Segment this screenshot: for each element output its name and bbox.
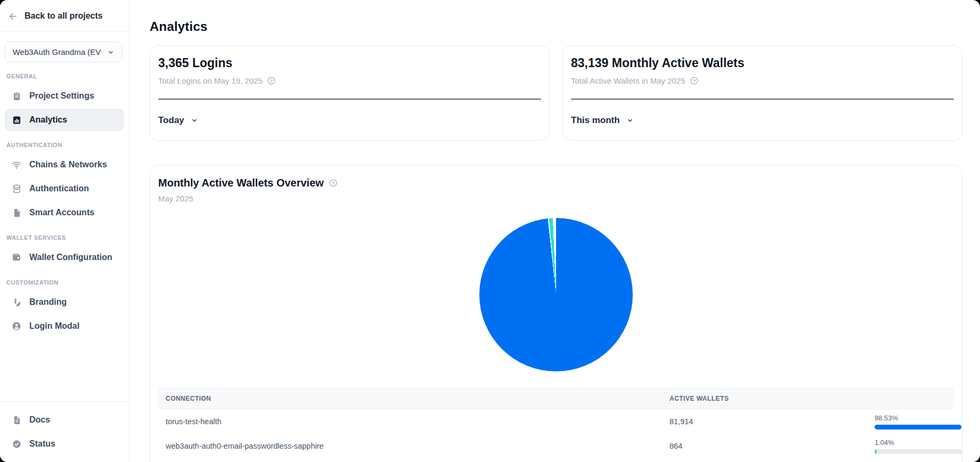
percent-cell: 98.53% <box>875 414 965 429</box>
range-dropdown[interactable]: Today <box>158 115 198 126</box>
sidebar-item-project-settings[interactable]: Project Settings <box>5 85 124 107</box>
sidebar-item-branding[interactable]: Branding <box>5 291 124 313</box>
table-row[interactable]: web3auth-google-sapphire 145 0.17% <box>158 458 954 462</box>
connection-cell: web3auth-auth0-email-passwordless-sapphi… <box>158 442 669 450</box>
app-window: Back to all projects Web3Auth Grandma (E… <box>0 0 980 462</box>
nav-section-label-general: GENERAL <box>6 73 123 79</box>
connection-cell: torus-test-health <box>158 417 669 426</box>
pie-chart[interactable] <box>479 218 633 371</box>
back-label: Back to all projects <box>24 11 103 21</box>
svg-text:?: ? <box>270 78 273 83</box>
stat-cards-row: 3,365 Logins Total Logins on May 19, 202… <box>150 45 962 141</box>
percent-label: 1.04% <box>875 439 962 447</box>
stat-card: 3,365 Logins Total Logins on May 19, 202… <box>150 45 550 141</box>
percent-bar <box>875 449 962 454</box>
active-wallets-cell: 81,914 <box>669 417 875 426</box>
range-dropdown-label: Today <box>158 115 184 126</box>
sidebar-item-wallet-configuration[interactable]: Wallet Configuration <box>5 246 124 269</box>
overview-card-subtitle: May 2025 <box>158 194 954 203</box>
bar-chart-icon <box>11 115 22 125</box>
overview-card: Monthly Active Wallets Overview ? May 20… <box>150 165 962 462</box>
sidebar-item-label: Status <box>29 439 55 449</box>
active-wallets-cell: 864 <box>669 442 875 450</box>
percent-bar-fill <box>875 449 877 454</box>
overview-card-title: Monthly Active Wallets Overview <box>158 177 324 189</box>
sidebar-item-label: Wallet Configuration <box>29 253 112 262</box>
stat-card-title: 83,139 Monthly Active Wallets <box>571 56 954 70</box>
brush-icon <box>11 297 22 307</box>
sidebar-item-label: Project Settings <box>29 91 94 101</box>
chevron-down-icon <box>626 117 634 124</box>
range-dropdown[interactable]: This month <box>571 115 634 126</box>
help-icon[interactable]: ? <box>328 178 339 189</box>
nav-section-label-authentication: AUTHENTICATION <box>6 142 123 148</box>
back-arrow-icon <box>7 11 18 21</box>
percent-cell: 1.04% <box>875 439 965 454</box>
page-title: Analytics <box>150 19 962 34</box>
stat-card-subtitle: Total Active Wallets in May 2025 <box>571 76 685 85</box>
main-content: Analytics 3,365 Logins Total Logins on M… <box>129 0 980 462</box>
svg-text:?: ? <box>693 78 696 83</box>
project-selector[interactable]: Web3Auth Grandma (EV <box>5 42 123 62</box>
database-icon <box>11 183 22 194</box>
sidebar-item-status[interactable]: Status <box>5 433 124 455</box>
back-to-projects-link[interactable]: Back to all projects <box>0 0 129 31</box>
chevron-down-icon <box>191 117 198 124</box>
wallet-icon <box>11 252 22 263</box>
percent-bar <box>875 425 962 429</box>
sidebar-item-label: Authentication <box>29 184 89 193</box>
nav-section-label-wallet-services: WALLET SERVICES <box>6 234 123 241</box>
sidebar-item-label: Branding <box>29 297 67 307</box>
sidebar-item-chains-networks[interactable]: Chains & Networks <box>5 153 124 176</box>
stat-card-title: 3,365 Logins <box>158 56 541 70</box>
doc-icon <box>11 415 22 425</box>
svg-text:?: ? <box>332 181 334 186</box>
help-icon[interactable]: ? <box>266 75 277 86</box>
nav-section-label-customization: CUSTOMIZATION <box>6 279 123 286</box>
connections-table: Connection Active Wallets torus-test-hea… <box>158 388 954 462</box>
help-icon[interactable]: ? <box>689 75 700 86</box>
table-header: Connection Active Wallets <box>158 388 954 409</box>
sidebar-item-label: Docs <box>29 415 50 425</box>
sidebar-divider <box>0 31 129 31</box>
sidebar-footer: DocsStatus <box>0 401 129 462</box>
stat-card-subtitle: Total Logins on May 19, 2025 <box>158 76 263 85</box>
clipboard-icon <box>11 91 22 101</box>
table-body: torus-test-health 81,914 98.53% web3auth… <box>158 409 954 462</box>
percent-label: 98.53% <box>875 414 962 422</box>
sidebar-nav: GENERALProject SettingsAnalyticsAUTHENTI… <box>0 62 129 401</box>
table-row[interactable]: torus-test-health 81,914 98.53% <box>158 409 954 434</box>
stat-card: 83,139 Monthly Active Wallets Total Acti… <box>562 45 962 141</box>
column-header-connection: Connection <box>158 395 669 402</box>
project-selector-label: Web3Auth Grandma (EV <box>13 47 101 56</box>
sidebar-item-analytics[interactable]: Analytics <box>5 109 124 131</box>
percent-bar-fill <box>875 425 961 429</box>
sidebar-item-smart-accounts[interactable]: Smart Accounts <box>5 201 124 224</box>
sidebar-item-docs[interactable]: Docs <box>5 409 124 431</box>
sidebar-item-label: Smart Accounts <box>29 208 94 217</box>
sidebar-item-label: Analytics <box>29 115 67 125</box>
sidebar: Back to all projects Web3Auth Grandma (E… <box>0 0 129 462</box>
chevron-down-icon <box>107 48 115 56</box>
sidebar-item-login-modal[interactable]: Login Modal <box>5 315 124 337</box>
file-icon <box>11 207 22 218</box>
range-dropdown-label: This month <box>571 115 620 126</box>
sidebar-item-label: Login Modal <box>29 321 79 331</box>
chart-axis-line <box>571 99 954 100</box>
sidebar-item-authentication[interactable]: Authentication <box>5 177 124 200</box>
wifi-icon <box>11 159 22 170</box>
check-circle-icon <box>11 439 22 449</box>
column-header-active-wallets: Active Wallets <box>669 395 875 402</box>
chart-axis-line <box>158 99 541 100</box>
table-row[interactable]: web3auth-auth0-email-passwordless-sapphi… <box>158 434 954 458</box>
sidebar-item-label: Chains & Networks <box>29 160 107 169</box>
user-circle-icon <box>11 321 22 331</box>
